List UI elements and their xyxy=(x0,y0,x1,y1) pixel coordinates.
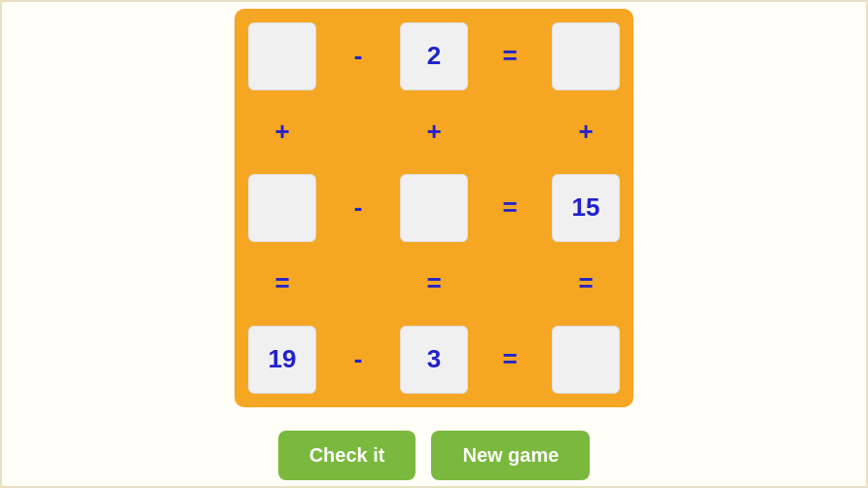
grid-cell-r4c0: 19 xyxy=(248,326,316,394)
buttons-row: Check it New game xyxy=(278,431,591,480)
grid-cell-r3c4: = xyxy=(552,250,620,318)
grid-cell-r2c3: = xyxy=(476,174,544,242)
operator-r4c3: = xyxy=(502,344,517,374)
number-r4c0: 19 xyxy=(269,344,297,374)
operator-r2c1: - xyxy=(354,192,363,223)
operator-r0c1: - xyxy=(354,41,363,71)
grid-cell-r3c3 xyxy=(476,250,544,318)
grid-cell-r0c0[interactable] xyxy=(248,22,316,90)
grid-cell-r0c3: = xyxy=(476,22,544,90)
operator-r1c2: + xyxy=(426,117,441,147)
grid-cell-r1c3 xyxy=(476,98,544,166)
grid-cell-r1c2: + xyxy=(400,98,468,166)
operator-r2c3: = xyxy=(502,192,517,223)
grid-cell-r3c1 xyxy=(324,250,392,318)
number-r0c2: 2 xyxy=(427,41,441,71)
number-r4c2: 3 xyxy=(427,344,441,374)
game-container: -2=+++-=15===19-3= Check it New game xyxy=(235,9,633,480)
input-r2c2[interactable] xyxy=(401,175,467,241)
grid-cell-r3c0: = xyxy=(248,250,316,318)
grid-cell-r0c1: - xyxy=(324,22,392,90)
operator-r3c4: = xyxy=(578,268,593,298)
input-r0c0[interactable] xyxy=(249,23,315,89)
grid-cell-r4c1: - xyxy=(324,326,392,394)
grid-cell-r0c4[interactable] xyxy=(552,22,620,90)
grid-cell-r3c2: = xyxy=(400,250,468,318)
grid-cell-r4c3: = xyxy=(476,326,544,394)
check-button[interactable]: Check it xyxy=(278,431,416,480)
grid-cell-r1c0: + xyxy=(248,98,316,166)
grid-cell-r2c4: 15 xyxy=(552,174,620,242)
grid-cell-r4c4[interactable] xyxy=(552,326,620,394)
operator-r1c4: + xyxy=(578,117,593,147)
grid-cell-r1c4: + xyxy=(552,98,620,166)
grid-cell-r2c1: - xyxy=(324,174,392,242)
grid-cell-r0c2: 2 xyxy=(400,22,468,90)
input-r2c0[interactable] xyxy=(249,175,315,241)
operator-r1c0: + xyxy=(274,117,289,147)
input-r0c4[interactable] xyxy=(553,23,619,89)
operator-r3c0: = xyxy=(274,268,289,298)
operator-r0c3: = xyxy=(502,41,517,71)
operator-r4c1: - xyxy=(354,344,363,374)
number-r2c4: 15 xyxy=(572,192,600,223)
grid-cell-r2c2[interactable] xyxy=(400,174,468,242)
math-grid: -2=+++-=15===19-3= xyxy=(235,9,633,407)
grid-cell-r1c1 xyxy=(324,98,392,166)
grid-cell-r4c2: 3 xyxy=(400,326,468,394)
operator-r3c2: = xyxy=(426,268,441,298)
input-r4c4[interactable] xyxy=(553,327,619,393)
grid-cell-r2c0[interactable] xyxy=(248,174,316,242)
new-game-button[interactable]: New game xyxy=(431,431,590,480)
